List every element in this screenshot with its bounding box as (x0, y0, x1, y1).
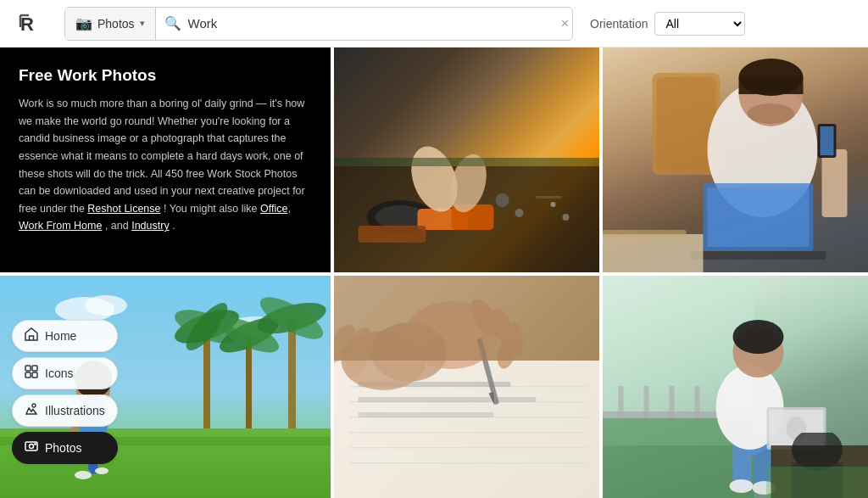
svg-rect-36 (691, 251, 826, 260)
svg-point-21 (515, 209, 524, 217)
work-from-home-link[interactable]: Work From Home (19, 220, 102, 232)
svg-text:R: R (20, 14, 34, 35)
industry-link[interactable]: Industry (131, 220, 169, 232)
text-panel-title: Free Work Photos (19, 66, 312, 85)
sidebar-item-photos-label: Photos (45, 441, 82, 455)
svg-rect-92 (644, 386, 649, 418)
svg-rect-91 (619, 386, 624, 418)
icons-icon (25, 365, 38, 382)
svg-rect-7 (32, 372, 37, 378)
svg-rect-70 (350, 432, 587, 434)
svg-rect-37 (822, 149, 848, 217)
svg-rect-28 (657, 77, 716, 171)
office-link[interactable]: Office (260, 203, 287, 215)
image-writing[interactable] (334, 276, 599, 498)
camera-icon: 📷 (75, 15, 92, 31)
svg-rect-47 (246, 335, 252, 428)
svg-rect-17 (359, 226, 426, 243)
header: R 📷 Photos ▾ 🔍 × Orientation All Landsca… (0, 0, 868, 48)
sidebar-item-home[interactable]: Home (12, 320, 118, 352)
svg-point-11 (35, 444, 36, 445)
svg-rect-4 (25, 366, 31, 371)
sidebar-item-home-label: Home (45, 329, 76, 343)
svg-rect-72 (350, 462, 587, 464)
sidebar-item-photos[interactable]: Photos (12, 432, 118, 464)
svg-rect-22 (537, 196, 562, 199)
svg-rect-35 (708, 187, 810, 247)
search-input-wrap: 🔍 (156, 15, 558, 31)
search-icon: 🔍 (164, 15, 181, 31)
orientation-label: Orientation (590, 17, 648, 31)
search-input[interactable] (188, 16, 549, 31)
chevron-down-icon: ▾ (140, 18, 145, 29)
svg-point-23 (551, 202, 556, 207)
search-type-button[interactable]: 📷 Photos ▾ (65, 8, 156, 40)
svg-rect-41 (603, 230, 687, 237)
svg-point-20 (496, 193, 509, 207)
image-standing[interactable] (603, 276, 868, 498)
svg-point-104 (733, 320, 784, 354)
search-bar: 📷 Photos ▾ 🔍 × (64, 7, 573, 41)
svg-rect-48 (288, 318, 296, 428)
svg-point-100 (730, 479, 754, 493)
svg-point-63 (95, 467, 108, 474)
home-icon (25, 327, 38, 344)
sidebar-item-icons[interactable]: Icons (12, 357, 118, 389)
svg-point-8 (32, 404, 36, 407)
orientation-select[interactable]: All Landscape Portrait Square (654, 12, 745, 36)
svg-rect-40 (603, 234, 704, 272)
svg-rect-71 (350, 447, 587, 449)
svg-rect-94 (695, 386, 700, 418)
svg-rect-25 (334, 158, 599, 166)
image-laptop-man[interactable] (603, 48, 868, 272)
svg-rect-39 (821, 126, 834, 155)
reshot-license-link[interactable]: Reshot License (87, 203, 160, 215)
svg-rect-32 (739, 77, 804, 94)
svg-rect-75 (359, 412, 494, 417)
svg-point-33 (748, 104, 795, 124)
sidebar-item-illustrations[interactable]: Illustrations (12, 394, 118, 427)
svg-rect-74 (359, 397, 537, 402)
svg-rect-5 (32, 366, 37, 371)
svg-point-10 (30, 445, 34, 449)
search-type-label: Photos (97, 17, 135, 31)
image-watchmaker[interactable] (334, 48, 599, 272)
svg-point-62 (75, 471, 92, 479)
logo: R (17, 8, 47, 39)
sidebar-item-illustrations-label: Illustrations (45, 404, 105, 417)
svg-rect-111 (766, 467, 868, 498)
svg-rect-6 (25, 372, 31, 378)
sidebar-item-icons-label: Icons (45, 367, 73, 380)
svg-rect-87 (334, 276, 599, 361)
clear-search-button[interactable]: × (558, 16, 572, 31)
text-panel: Free Work Photos Work is so much more th… (0, 48, 331, 272)
photos-icon (25, 439, 38, 456)
svg-point-24 (563, 214, 570, 221)
text-panel-body: Work is so much more than a boring ol' d… (19, 95, 312, 235)
sidebar: Home Icons Illustrations (12, 320, 118, 464)
svg-point-44 (85, 295, 127, 316)
svg-rect-93 (670, 386, 675, 418)
main-content: Home Icons Illustrations (0, 48, 868, 498)
content-grid: Free Work Photos Work is so much more th… (0, 48, 868, 498)
illustrations-icon (25, 402, 38, 419)
